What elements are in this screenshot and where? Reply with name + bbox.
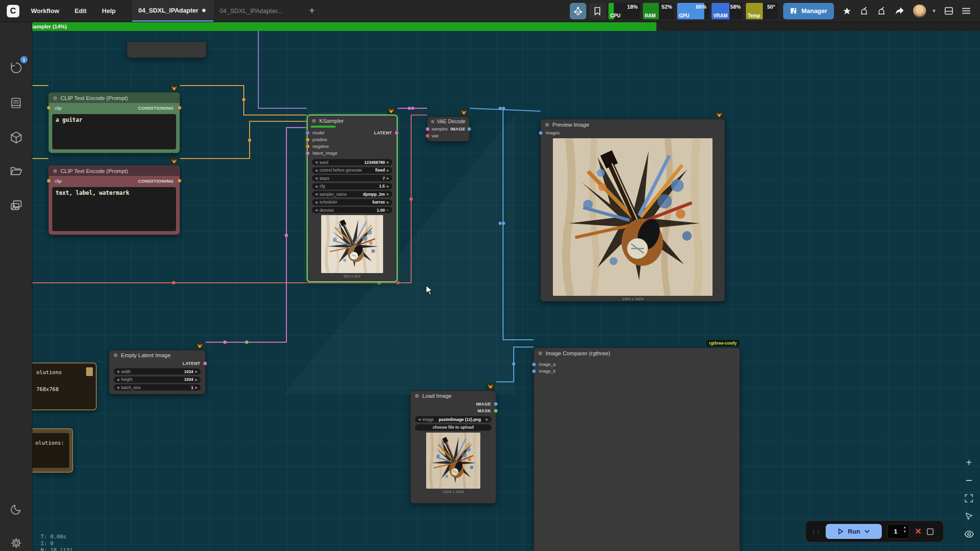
increment-arrow-icon[interactable]: ▶ xyxy=(195,378,198,381)
input-port-samples[interactable] xyxy=(426,127,430,131)
widget-control-before-generate[interactable]: ◀ control before generate fixed ▶ xyxy=(312,167,392,174)
tab-workflow-inactive[interactable]: 04_SDXL_IPAdapter... xyxy=(213,0,301,22)
fit-view-button[interactable] xyxy=(964,493,974,504)
input-port-clip[interactable] xyxy=(47,106,51,110)
increment-arrow-icon[interactable]: ▶ xyxy=(387,201,389,204)
input-port-image-b[interactable] xyxy=(532,369,536,373)
increment-arrow-icon[interactable]: ▶ xyxy=(387,185,389,188)
cpu-monitor[interactable]: CPU 18% xyxy=(609,3,640,19)
cancel-run-button[interactable]: ✕ xyxy=(915,526,921,536)
decrement-arrow-icon[interactable]: ◀ xyxy=(315,185,317,188)
prompt-textarea[interactable]: text, label, watermark xyxy=(52,187,176,231)
sidebar-queue-button[interactable]: 1 xyxy=(6,58,26,77)
decrement-arrow-icon[interactable]: ◀ xyxy=(117,378,119,381)
node-load-image[interactable]: Load Image IMAGE MASK ◀ image pastedImag… xyxy=(410,391,496,504)
widget-seed[interactable]: ◀ seed 123456789 ▶ xyxy=(312,159,392,165)
node-partial-resolutions-2[interactable]: olutions: xyxy=(32,428,73,473)
input-port-vae[interactable] xyxy=(426,134,430,138)
output-port-image[interactable] xyxy=(494,402,498,406)
select-mode-button[interactable] xyxy=(964,511,974,522)
stop-button[interactable] xyxy=(927,528,934,535)
bookmark-icon[interactable] xyxy=(589,3,606,19)
collapse-dot[interactable] xyxy=(312,119,316,123)
settings-button[interactable] xyxy=(6,533,26,551)
decrement-arrow-icon[interactable]: ◀ xyxy=(315,201,317,204)
menu-help[interactable]: Help xyxy=(94,0,123,22)
temp-monitor[interactable]: Temp 50° xyxy=(746,3,777,19)
sidebar-gallery-button[interactable] xyxy=(6,195,26,215)
vacuum-icon-2[interactable] xyxy=(875,3,889,19)
batch-count-input[interactable]: 1 ▲▼ xyxy=(887,524,909,539)
zoom-out-button[interactable]: − xyxy=(964,475,974,486)
widget-batch-size[interactable]: ◀ batch_size 1 ▶ xyxy=(114,384,201,391)
node-vae-decode[interactable]: VAE Decode samples IMAGE vae xyxy=(427,116,470,142)
menu-workflow[interactable]: Workflow xyxy=(23,0,67,22)
output-port-latent[interactable] xyxy=(203,362,207,365)
prompt-textarea[interactable]: a guitar xyxy=(52,114,176,149)
choose-file-button[interactable]: choose file to upload xyxy=(415,424,491,431)
theme-toggle-button[interactable] xyxy=(6,500,26,519)
output-port-mask[interactable] xyxy=(494,409,498,413)
input-port-model[interactable] xyxy=(306,131,310,135)
output-port-conditioning[interactable] xyxy=(178,179,181,183)
manager-button[interactable]: Manager xyxy=(783,3,834,19)
node-ksampler[interactable]: KSampler model LATENT positive negative … xyxy=(307,115,398,282)
collapse-dot[interactable] xyxy=(431,120,434,123)
user-avatar[interactable] xyxy=(912,4,927,18)
node-canvas[interactable]: CLIP Text Encode (Prompt) clip CONDITION… xyxy=(0,22,980,551)
decrement-arrow-icon[interactable]: ◀ xyxy=(315,160,317,164)
widget-denoise[interactable]: ◀ denoise 1.00 ▶ xyxy=(312,207,392,213)
graph-view-button[interactable] xyxy=(570,3,586,19)
decrement-arrow-icon[interactable]: ◀ xyxy=(418,418,420,421)
input-port-clip[interactable] xyxy=(47,179,51,183)
widget-image-filename[interactable]: ◀ image pastedImage (12).png ▶ xyxy=(415,416,491,422)
collapse-dot[interactable] xyxy=(114,353,118,357)
run-button[interactable]: Run xyxy=(826,524,882,539)
sidebar-workflows-button[interactable] xyxy=(6,161,26,181)
output-port-latent[interactable] xyxy=(395,131,399,135)
node-partial-resolutions[interactable]: olutions 768x768 xyxy=(32,362,97,410)
widget-sampler-name[interactable]: ◀ sampler_name dpmpp_2m ▶ xyxy=(312,191,392,197)
increment-arrow-icon[interactable]: ▶ xyxy=(387,208,389,212)
node-clip-text-encode-positive[interactable]: CLIP Text Encode (Prompt) clip CONDITION… xyxy=(48,92,180,153)
decrement-arrow-icon[interactable]: ◀ xyxy=(315,169,317,172)
increment-arrow-icon[interactable]: ▶ xyxy=(195,370,198,373)
bottom-panel-toggle-icon[interactable] xyxy=(941,3,956,19)
comfyui-logo[interactable]: C xyxy=(7,5,19,17)
drag-handle[interactable]: ⋮⋮ xyxy=(811,529,820,534)
output-port-image[interactable] xyxy=(467,127,471,131)
tab-workflow-active[interactable]: 04_SDXL_IPAdapter xyxy=(132,0,213,22)
share-icon[interactable] xyxy=(892,3,906,19)
collapse-dot[interactable] xyxy=(415,394,419,398)
increment-arrow-icon[interactable]: ▶ xyxy=(195,386,198,389)
increment-arrow-icon[interactable]: ▶ xyxy=(387,192,389,196)
vram-monitor[interactable]: VRAM 58% xyxy=(712,3,743,19)
node-empty-latent-image[interactable]: Empty Latent Image LATENT ◀ width 1024 ▶… xyxy=(109,350,206,394)
chevron-down-icon[interactable]: ▼ xyxy=(930,8,938,14)
collapse-dot[interactable] xyxy=(53,96,57,100)
node-clip-text-encode-negative[interactable]: CLIP Text Encode (Prompt) clip CONDITION… xyxy=(48,165,180,235)
count-steppers[interactable]: ▲▼ xyxy=(903,526,906,533)
new-tab-button[interactable]: + xyxy=(301,0,323,22)
input-port-negative[interactable] xyxy=(306,145,310,148)
widget-steps[interactable]: ◀ steps 7 ▶ xyxy=(312,175,392,181)
ram-monitor[interactable]: RAM 52% xyxy=(643,3,674,19)
vacuum-icon-1[interactable] xyxy=(857,3,872,19)
menu-edit[interactable]: Edit xyxy=(67,0,94,22)
node-preview-image[interactable]: Preview Image images 1024 x 1024 xyxy=(540,119,725,302)
queue-progress-bar[interactable]: (1) 67% - KSampler (14%) xyxy=(0,22,980,31)
output-port-conditioning[interactable] xyxy=(178,106,181,110)
widget-width[interactable]: ◀ width 1024 ▶ xyxy=(114,368,201,375)
collapse-dot[interactable] xyxy=(53,169,57,173)
increment-arrow-icon[interactable]: ▶ xyxy=(387,169,389,172)
collapse-dot[interactable] xyxy=(538,351,542,355)
decrement-arrow-icon[interactable]: ◀ xyxy=(117,386,119,389)
decrement-arrow-icon[interactable]: ◀ xyxy=(315,176,317,180)
sidebar-node-library-button[interactable] xyxy=(6,93,26,113)
widget-cfg[interactable]: ◀ cfg 1.5 ▶ xyxy=(312,183,392,189)
widget-scheduler[interactable]: ◀ scheduler karras ▶ xyxy=(312,199,392,205)
increment-arrow-icon[interactable]: ▶ xyxy=(486,418,489,421)
input-port-image-a[interactable] xyxy=(532,362,536,366)
gpu-monitor[interactable]: GPU 86% xyxy=(677,3,709,19)
input-port-positive[interactable] xyxy=(306,138,310,142)
